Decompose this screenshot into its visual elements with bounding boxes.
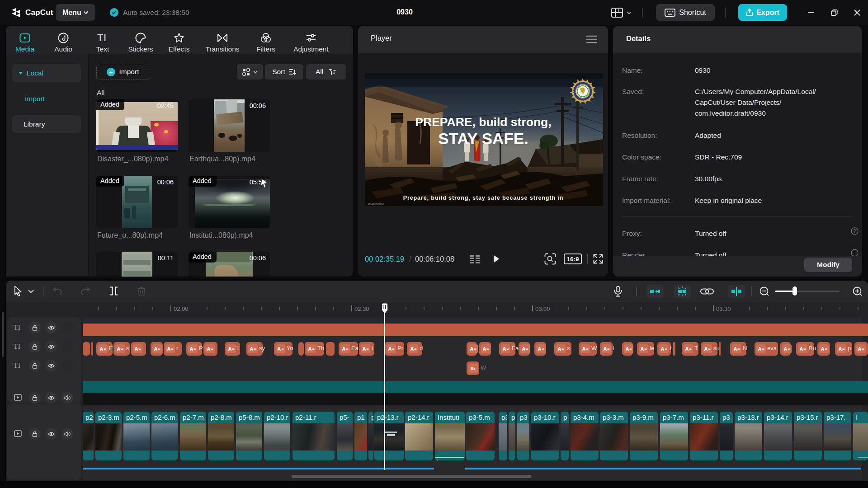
svg-text:PREPARE, build strong,: PREPARE, build strong,	[415, 115, 551, 129]
svg-text:I: I	[104, 33, 106, 43]
svg-text:?: ?	[854, 229, 856, 234]
svg-text:@Mayhem.M: @Mayhem.M	[368, 202, 384, 205]
svg-text:STAY SAFE.: STAY SAFE.	[438, 130, 528, 147]
svg-text:Prepare, build strong, stay sa: Prepare, build strong, stay safe because…	[403, 195, 564, 201]
svg-text:T: T	[97, 33, 103, 43]
